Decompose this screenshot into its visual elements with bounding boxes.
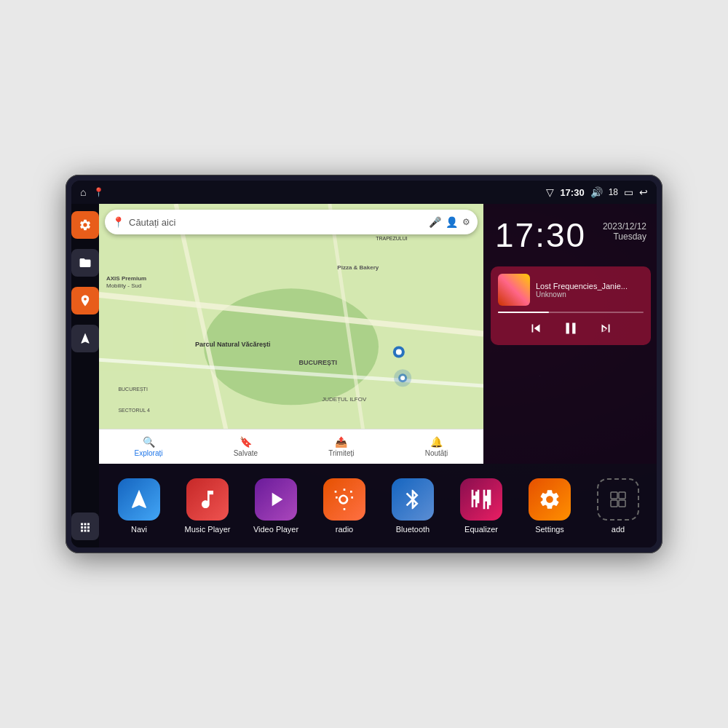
app-add[interactable]: add xyxy=(585,478,651,534)
app-music-player[interactable]: Music Player xyxy=(175,478,240,534)
svg-point-21 xyxy=(400,376,405,380)
music-title: Lost Frequencies_Janie... xyxy=(536,282,644,290)
saved-icon: 🔖 xyxy=(240,436,252,448)
top-panels: AXIS Premium Mobility - Sud Pizza & Bake… xyxy=(99,204,657,464)
sidebar-nav-btn[interactable] xyxy=(71,325,99,352)
status-time: 17:30 xyxy=(560,187,584,198)
main-content: AXIS Premium Mobility - Sud Pizza & Bake… xyxy=(71,204,657,547)
saved-label: Salvate xyxy=(234,449,258,457)
app-radio[interactable]: radio xyxy=(312,478,377,534)
sidebar-grid-btn[interactable] xyxy=(71,513,99,540)
explore-icon: 🔍 xyxy=(143,436,155,448)
send-icon: 📤 xyxy=(335,436,347,448)
google-maps-pin-icon: 📍 xyxy=(112,216,124,228)
app-bluetooth[interactable]: Bluetooth xyxy=(380,478,446,534)
svg-rect-25 xyxy=(619,500,625,507)
status-right: ▽ 17:30 🔊 18 ▭ ↩ xyxy=(546,186,648,198)
volume-icon: 🔊 xyxy=(590,186,603,198)
map-nav-news[interactable]: 🔔 Noutăți xyxy=(425,436,448,457)
search-placeholder: Căutați aici xyxy=(129,217,424,228)
bluetooth-label: Bluetooth xyxy=(396,525,430,534)
app-video-player[interactable]: Video Player xyxy=(243,478,309,534)
map-bottom-bar: 🔍 Explorați 🔖 Salvate 📤 Trimiteți xyxy=(99,429,483,464)
right-panel: 17:30 2023/12/12 Tuesday xyxy=(483,204,657,464)
radio-icon-img xyxy=(323,478,365,521)
app-grid-bar: Navi Music Player xyxy=(99,464,657,547)
music-player-label: Music Player xyxy=(185,525,231,534)
music-controls xyxy=(498,319,644,338)
music-artist: Unknown xyxy=(536,290,644,298)
maps-status-icon[interactable]: 📍 xyxy=(93,187,104,197)
screen: ⌂ 📍 ▽ 17:30 🔊 18 ▭ ↩ xyxy=(71,181,657,547)
battery-level: 18 xyxy=(609,187,618,197)
explore-label: Explorați xyxy=(135,449,163,457)
music-progress-fill xyxy=(498,312,549,313)
status-left: ⌂ 📍 xyxy=(80,186,104,198)
map-nav-send[interactable]: 📤 Trimiteți xyxy=(328,436,354,457)
svg-text:AXIS Premium: AXIS Premium xyxy=(106,275,146,282)
send-label: Trimiteți xyxy=(328,449,354,457)
music-info: Lost Frequencies_Janie... Unknown xyxy=(536,282,644,298)
clock-time: 17:30 xyxy=(495,215,586,255)
news-icon: 🔔 xyxy=(430,436,443,448)
music-progress-bar[interactable] xyxy=(498,312,644,313)
svg-text:SECTORUL 4: SECTORUL 4 xyxy=(118,408,150,413)
svg-point-18 xyxy=(396,349,402,355)
album-art-image xyxy=(498,274,530,306)
navi-icon-img xyxy=(118,478,160,521)
battery-icon: ▭ xyxy=(624,186,633,198)
bt-icon-img xyxy=(392,478,434,521)
map-search-bar[interactable]: 📍 Căutați aici 🎤 👤 ⚙ xyxy=(105,210,478,234)
eq-icon-img xyxy=(460,478,502,521)
svg-text:Mobility - Sud: Mobility - Sud xyxy=(106,282,141,289)
wifi-icon: ▽ xyxy=(546,186,554,198)
home-icon[interactable]: ⌂ xyxy=(80,186,86,198)
app-navi[interactable]: Navi xyxy=(106,478,172,534)
map-panel[interactable]: AXIS Premium Mobility - Sud Pizza & Bake… xyxy=(99,204,483,464)
sidebar xyxy=(71,204,99,547)
center-area: AXIS Premium Mobility - Sud Pizza & Bake… xyxy=(99,204,657,547)
app-equalizer[interactable]: Equalizer xyxy=(448,478,514,534)
music-icon-img xyxy=(186,478,229,521)
svg-text:JUDEȚUL ILFOV: JUDEȚUL ILFOV xyxy=(322,396,367,403)
svg-text:TRAPEZULUI: TRAPEZULUI xyxy=(376,236,408,241)
back-icon[interactable]: ↩ xyxy=(639,186,648,198)
album-art xyxy=(498,274,530,306)
svg-text:Parcul Natural Văcărești: Parcul Natural Văcărești xyxy=(195,341,271,348)
svg-text:BUCUREȘTI: BUCUREȘTI xyxy=(118,387,148,392)
video-player-label: Video Player xyxy=(253,525,298,534)
music-widget: Lost Frequencies_Janie... Unknown xyxy=(491,266,651,345)
video-icon-img xyxy=(255,478,297,521)
date-value: 2023/12/12 xyxy=(603,221,646,232)
svg-rect-24 xyxy=(611,500,617,507)
settings-label: Settings xyxy=(535,525,564,534)
navi-label: Navi xyxy=(131,525,147,534)
day-value: Tuesday xyxy=(603,232,646,242)
radio-label: radio xyxy=(336,525,353,534)
clock-area: 17:30 2023/12/12 Tuesday xyxy=(483,204,657,266)
map-nav-explore[interactable]: 🔍 Explorați xyxy=(135,436,163,457)
account-icon[interactable]: 👤 xyxy=(446,216,458,228)
svg-rect-22 xyxy=(611,492,617,499)
svg-text:Pizza & Bakery: Pizza & Bakery xyxy=(337,264,379,271)
clock-date: 2023/12/12 Tuesday xyxy=(603,215,646,242)
sidebar-map-btn[interactable] xyxy=(71,287,99,314)
add-label: add xyxy=(612,525,625,534)
app-settings[interactable]: Settings xyxy=(517,478,582,534)
settings-map-icon[interactable]: ⚙ xyxy=(462,217,470,227)
next-button[interactable] xyxy=(598,320,614,336)
mic-icon[interactable]: 🎤 xyxy=(429,216,441,228)
svg-text:BUCUREȘTI: BUCUREȘTI xyxy=(299,359,338,366)
settings-icon-img xyxy=(529,478,571,521)
equalizer-label: Equalizer xyxy=(464,525,498,534)
device: ⌂ 📍 ▽ 17:30 🔊 18 ▭ ↩ xyxy=(66,175,662,553)
sidebar-files-btn[interactable] xyxy=(71,249,99,277)
status-bar: ⌂ 📍 ▽ 17:30 🔊 18 ▭ ↩ xyxy=(71,181,657,204)
sidebar-settings-btn[interactable] xyxy=(71,211,99,239)
map-nav-saved[interactable]: 🔖 Salvate xyxy=(234,436,258,457)
music-track-row: Lost Frequencies_Janie... Unknown xyxy=(498,274,644,306)
add-icon-img xyxy=(597,478,639,521)
prev-button[interactable] xyxy=(528,320,544,336)
svg-rect-23 xyxy=(619,492,625,499)
pause-button[interactable] xyxy=(561,319,580,338)
